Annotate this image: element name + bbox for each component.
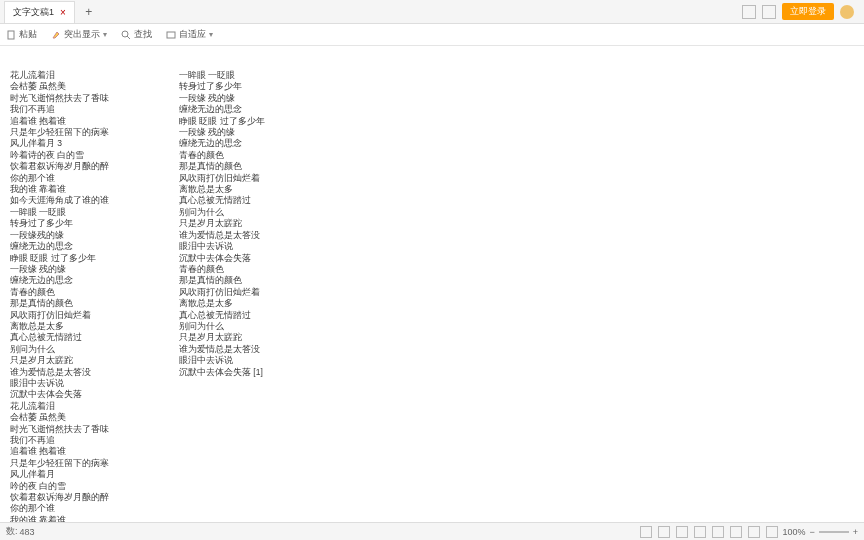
lyric-line: 转身过了多少年 <box>10 218 109 228</box>
lyric-line: 别问为什么 <box>179 207 265 217</box>
layout-icon-1[interactable] <box>742 5 756 19</box>
status-bar: 数: 483 100% − + <box>0 522 864 540</box>
lyric-line: 只是岁月太蹉跎 <box>10 355 109 365</box>
layout-icon-2[interactable] <box>762 5 776 19</box>
view-icon-4[interactable] <box>748 526 760 538</box>
lyric-line: 风吹雨打仿旧灿烂着 <box>179 287 265 297</box>
adapt-button[interactable]: 自适应 ▾ <box>166 28 213 41</box>
lyric-line: 我的谁 靠着谁 <box>10 515 109 522</box>
svg-rect-3 <box>167 32 175 38</box>
highlight-label: 突出显示 <box>64 28 100 41</box>
tabbar-right: 立即登录 <box>742 3 860 20</box>
lyric-line: 缠绕无边的思念 <box>10 275 109 285</box>
lyric-line: 吟着诗的夜 白的雪 <box>10 150 109 160</box>
search-icon <box>121 30 131 40</box>
lyric-line: 眼泪中去诉说 <box>179 241 265 251</box>
lyric-line: 缠绕无边的思念 <box>179 104 265 114</box>
lyric-line: 别问为什么 <box>179 321 265 331</box>
lyric-line: 只是岁月太蹉跎 <box>179 332 265 342</box>
find-label: 查找 <box>134 28 152 41</box>
status-icon-3[interactable] <box>676 526 688 538</box>
adapt-label: 自适应 <box>179 28 206 41</box>
paste-icon <box>6 30 16 40</box>
status-icon-2[interactable] <box>658 526 670 538</box>
document-tab[interactable]: 文字文稿1 × <box>4 1 75 23</box>
page-count-value: 483 <box>20 527 35 537</box>
zoom-slider[interactable] <box>819 531 849 533</box>
lyric-line: 会枯萎 虽然美 <box>10 81 109 91</box>
tab-title: 文字文稿1 <box>13 6 54 19</box>
lyric-line: 那是真情的颜色 <box>179 161 265 171</box>
zoom-value: 100% <box>782 527 805 537</box>
tab-bar: 文字文稿1 × + 立即登录 <box>0 0 864 24</box>
lyric-line: 我们不再追 <box>10 104 109 114</box>
lyric-line: 一段缘残的缘 <box>10 230 109 240</box>
lyric-line: 真心总被无情踏过 <box>179 310 265 320</box>
lyric-line: 一段缘 残的缘 <box>179 93 265 103</box>
lyric-line: 我们不再追 <box>10 435 109 445</box>
lyric-line: 离散总是太多 <box>179 298 265 308</box>
lyric-line: 缠绕无边的思念 <box>10 241 109 251</box>
svg-line-2 <box>127 36 130 39</box>
lyric-line: 真心总被无情踏过 <box>10 332 109 342</box>
zoom-fit-icon[interactable] <box>766 526 778 538</box>
highlight-button[interactable]: 突出显示 ▾ <box>51 28 107 41</box>
lyric-line: 眼泪中去诉说 <box>179 355 265 365</box>
lyric-line: 时光飞逝悄然扶去了香味 <box>10 93 109 103</box>
chevron-down-icon: ▾ <box>103 30 107 39</box>
lyric-line: 如今天涯海角成了谁的谁 <box>10 195 109 205</box>
paste-button[interactable]: 粘贴 <box>6 28 37 41</box>
lyric-line: 饮着君叙诉海岁月酿的醉 <box>10 492 109 502</box>
adapt-icon <box>166 30 176 40</box>
lyric-line: 青春的颜色 <box>10 287 109 297</box>
lyric-line: 只是岁月太蹉跎 <box>179 218 265 228</box>
lyric-line: 谁为爱情总是太答没 <box>10 367 109 377</box>
lyric-line: 眼泪中去诉说 <box>10 378 109 388</box>
paste-label: 粘贴 <box>19 28 37 41</box>
lyric-line: 风吹雨打仿旧灿烂着 <box>179 173 265 183</box>
tab-add-button[interactable]: + <box>79 5 99 19</box>
zoom-out-button[interactable]: − <box>809 527 814 537</box>
lyric-line: 你的那个谁 <box>10 503 109 513</box>
lyric-line: 吟的夜 白的雪 <box>10 481 109 491</box>
lyric-line: 只是年少轻狂留下的病寒 <box>10 458 109 468</box>
lyric-line: 你的那个谁 <box>10 173 109 183</box>
lyric-line: 沉默中去体会失落 <box>179 253 265 263</box>
lyric-line: 谁为爱情总是太答没 <box>179 230 265 240</box>
lyric-line: 那是真情的颜色 <box>179 275 265 285</box>
lyric-line: 时光飞逝悄然扶去了香味 <box>10 424 109 434</box>
lyric-line: 青春的颜色 <box>179 264 265 274</box>
lyric-line: 离散总是太多 <box>179 184 265 194</box>
lyric-line: 花儿流着泪 <box>10 401 109 411</box>
page-count-label: 数: <box>6 525 18 538</box>
lyric-line: 我的谁 靠着谁 <box>10 184 109 194</box>
avatar[interactable] <box>840 5 854 19</box>
highlight-icon <box>51 30 61 40</box>
lyric-line: 一眸眼 一眨眼 <box>10 207 109 217</box>
lyric-line: 追着谁 抱着谁 <box>10 116 109 126</box>
text-column-1: 花儿流着泪会枯萎 虽然美时光飞逝悄然扶去了香味我们不再追追着谁 抱着谁只是年少轻… <box>10 70 109 522</box>
view-icon-3[interactable] <box>730 526 742 538</box>
lyric-line: 风儿伴着月 3 <box>10 138 109 148</box>
lyric-line: 谁为爱情总是太答没 <box>179 344 265 354</box>
view-icon-2[interactable] <box>712 526 724 538</box>
lyric-line: 一眸眼 一眨眼 <box>179 70 265 80</box>
view-icon-1[interactable] <box>694 526 706 538</box>
lyric-line: 那是真情的颜色 <box>10 298 109 308</box>
svg-rect-0 <box>8 31 14 39</box>
tab-close-icon[interactable]: × <box>60 7 66 18</box>
lyric-line: 一段缘 残的缘 <box>179 127 265 137</box>
lyric-line: 真心总被无情踏过 <box>179 195 265 205</box>
zoom-in-button[interactable]: + <box>853 527 858 537</box>
lyric-line: 别问为什么 <box>10 344 109 354</box>
status-icon-1[interactable] <box>640 526 652 538</box>
lyric-line: 沉默中去体会失落 [1] <box>179 367 265 377</box>
lyric-line: 离散总是太多 <box>10 321 109 331</box>
lyric-line: 沉默中去体会失落 <box>10 389 109 399</box>
lyric-line: 睁眼 眨眼 过了多少年 <box>179 116 265 126</box>
text-column-2: 一眸眼 一眨眼转身过了多少年一段缘 残的缘缠绕无边的思念睁眼 眨眼 过了多少年一… <box>179 70 265 522</box>
login-button[interactable]: 立即登录 <box>782 3 834 20</box>
lyric-line: 睁眼 眨眼 过了多少年 <box>10 253 109 263</box>
find-button[interactable]: 查找 <box>121 28 152 41</box>
lyric-line: 只是年少轻狂留下的病寒 <box>10 127 109 137</box>
